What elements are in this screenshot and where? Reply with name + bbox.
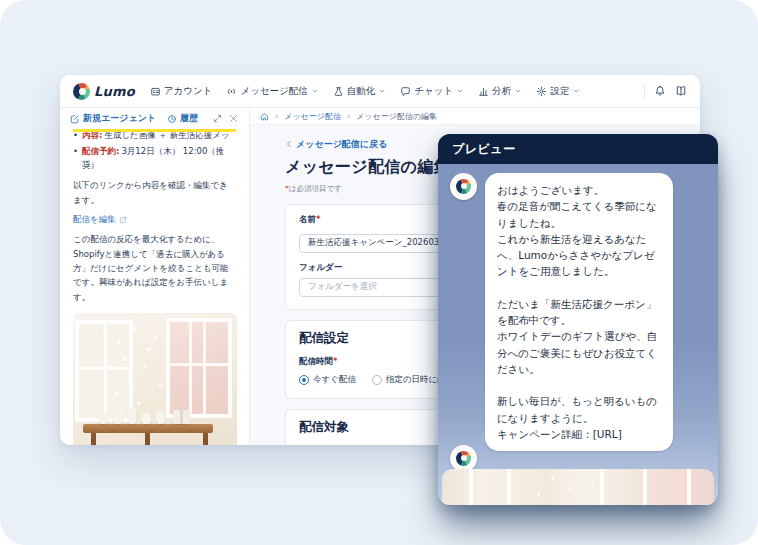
- history-button[interactable]: 履歴: [167, 112, 198, 125]
- chevron-down-icon: [572, 87, 580, 95]
- back-to-list-link[interactable]: メッセージ配信に戻る: [285, 138, 387, 151]
- history-label: 履歴: [180, 112, 198, 125]
- nav-item-label: 自動化: [347, 85, 376, 98]
- ceramic-mug: [156, 411, 165, 424]
- external-link-icon: [119, 216, 127, 224]
- window-left: [75, 320, 133, 422]
- new-agent-label: 新規エージェント: [83, 112, 156, 125]
- chevron-down-icon: [311, 87, 319, 95]
- chevron-down-icon: [456, 87, 464, 95]
- chat-bubble-icon: [400, 86, 411, 97]
- compose-icon: [70, 114, 80, 124]
- window-frame-bar: [469, 469, 473, 505]
- expand-icon: [213, 114, 222, 123]
- chat-message-image: [450, 445, 477, 472]
- chevron-left-icon: [285, 140, 293, 148]
- edit-delivery-link-label: 配信を編集: [73, 214, 116, 226]
- nav-right-actions: [644, 84, 687, 98]
- falling-petals: [551, 477, 554, 480]
- brand-name: Lumo: [94, 84, 135, 99]
- agent-sidebar-body: • 内容:生成した画像 ＋ 新生活応援メッセージ • 配信予約:3月12日（木）…: [60, 129, 249, 445]
- flask-icon: [333, 86, 344, 97]
- table-leg: [91, 432, 96, 445]
- book-icon[interactable]: [675, 85, 687, 97]
- agent-bullet-content: • 内容:生成した画像 ＋ 新生活応援メッセージ: [73, 132, 236, 142]
- lumo-logo-icon: [456, 179, 471, 194]
- agent-bullet-schedule: • 配信予約:3月12日（木） 12:00（推奨）: [73, 145, 236, 172]
- bullet-dot: •: [73, 132, 78, 142]
- avatar: [450, 173, 477, 200]
- bullet-label: 配信予約:: [82, 146, 119, 156]
- chat-preview-area: おはようございます。 春の足音が聞こえてくる季節になりましたね。 これから新生活…: [438, 164, 718, 505]
- folder-placeholder: フォルダーを選択: [308, 281, 377, 293]
- lumo-logo-icon: [456, 451, 471, 466]
- table-leg: [145, 432, 150, 445]
- window-frame-bar: [643, 469, 647, 505]
- agent-sidebar-header: 新規エージェント 履歴: [60, 108, 249, 129]
- chevron-down-icon: [514, 87, 522, 95]
- edit-delivery-link[interactable]: 配信を編集: [73, 214, 127, 226]
- bell-icon[interactable]: [654, 85, 666, 97]
- preview-panel: プレビュー おはようございます。 春の足音が聞こえてくる季節になりましたね。 こ…: [438, 134, 718, 505]
- nav-item-account[interactable]: アカウント: [150, 85, 213, 98]
- chat-bubble: おはようございます。 春の足音が聞こえてくる季節になりましたね。 これから新生活…: [485, 173, 673, 451]
- nav-divider: [644, 84, 645, 98]
- chevron-down-icon: [378, 87, 386, 95]
- gift-box: [173, 410, 190, 424]
- new-agent-button[interactable]: 新規エージェント: [70, 112, 156, 125]
- wooden-table: [83, 424, 213, 433]
- ceramic-mug: [141, 413, 151, 424]
- nav-item-chat[interactable]: チャット: [400, 85, 464, 98]
- chat-message-text: おはようございます。 春の足音が聞こえてくる季節になりましたね。 これから新生活…: [450, 173, 708, 451]
- agent-intro-text: 以下のリンクから内容を確認・編集できます。: [73, 178, 236, 207]
- nav-item-automation[interactable]: 自動化: [333, 85, 387, 98]
- nav-item-label: メッセージ配信: [240, 85, 307, 98]
- nav-item-label: 設定: [550, 85, 569, 98]
- broadcast-icon: [226, 86, 237, 97]
- bullet-dot: •: [73, 145, 78, 172]
- lumo-logo-icon: [73, 83, 90, 100]
- expand-panel-button[interactable]: [212, 113, 223, 124]
- preview-title: プレビュー: [452, 141, 516, 158]
- window-frame-bar: [600, 469, 604, 505]
- breadcrumb-separator: ›: [275, 112, 278, 121]
- bullet-label: 内容:: [82, 132, 102, 140]
- table-leg: [203, 432, 208, 445]
- source-label-text: 配信元（LINE公式アカウント）: [299, 445, 424, 446]
- window-right-blossoms: [166, 318, 232, 418]
- close-panel-button[interactable]: [228, 113, 239, 124]
- nav-item-analytics[interactable]: 分析: [478, 85, 522, 98]
- breadcrumb-message-delivery[interactable]: メッセージ配信: [284, 111, 341, 122]
- nav-item-message-delivery[interactable]: メッセージ配信: [226, 85, 318, 98]
- nav-item-label: チャット: [414, 85, 453, 98]
- top-nav: Lumo アカウント メッセージ配信 自動化: [60, 75, 700, 108]
- avatar: [450, 445, 477, 472]
- preview-header: プレビュー: [438, 134, 718, 164]
- radio-send-now-label: 今すぐ配信: [313, 374, 356, 386]
- nav-item-label: 分析: [492, 85, 511, 98]
- brand-logo[interactable]: Lumo: [73, 83, 135, 100]
- nav-item-settings[interactable]: 設定: [536, 85, 580, 98]
- ceramic-mug: [113, 411, 123, 424]
- agent-tip-text: この配信の反応を最大化するために、Shopifyと連携して「過去に購入がある方」…: [73, 232, 236, 304]
- close-icon: [229, 114, 238, 123]
- required-mark: *: [316, 214, 320, 224]
- nav-menu: アカウント メッセージ配信 自動化 チャット: [150, 85, 580, 98]
- breadcrumb-current-page: メッセージ配信の編集: [356, 111, 437, 122]
- window-frame-bar: [507, 469, 511, 505]
- home-icon[interactable]: [260, 112, 269, 121]
- radio-send-now[interactable]: 今すぐ配信: [299, 374, 356, 386]
- bullet-value: 生成した画像 ＋ 新生活応援メッセージ: [82, 132, 230, 142]
- radio-unselected-icon: [372, 375, 382, 385]
- breadcrumb-separator: ›: [347, 112, 350, 121]
- page-background: Lumo アカウント メッセージ配信 自動化: [0, 0, 758, 545]
- generated-room-image: [73, 313, 237, 445]
- back-link-label: メッセージ配信に戻る: [296, 138, 387, 151]
- name-label-text: 名前: [299, 214, 316, 224]
- gear-icon: [536, 86, 547, 97]
- required-mark: *: [426, 445, 430, 446]
- id-card-icon: [150, 86, 161, 97]
- time-label-text: 配信時間: [299, 356, 333, 366]
- agent-sidebar: 新規エージェント 履歴 • 内容:生成した画像 ＋ 新生活応援メッ: [60, 108, 250, 445]
- bar-chart-icon: [478, 86, 489, 97]
